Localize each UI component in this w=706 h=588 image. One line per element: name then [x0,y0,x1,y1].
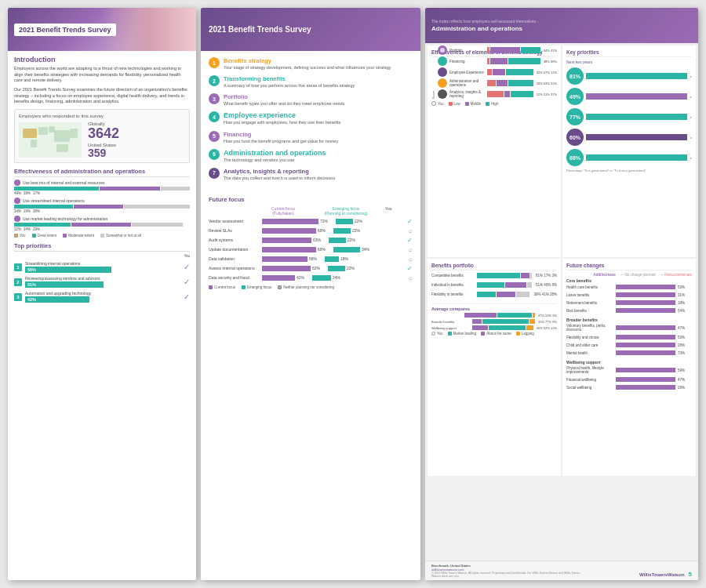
fc-nochange-label: — No change planned [620,273,656,277]
globally-num: 3642 [88,126,185,140]
kp-bar-3 [586,114,687,120]
ff-pct-current-4: 69% [318,247,332,252]
ff-label-4: Update documentation [209,247,260,252]
eff-pct-portfolio: 64% 41% [544,49,557,53]
ff-search-2: ⌕ [409,227,413,234]
eff-icon-employee [438,67,447,77]
future-changes-panel: Future changes Add/Increase — No change … [562,259,696,476]
footer-left: Benchmark: United States willistowerswat… [431,564,588,578]
ff-label-7: Data security and fraud [209,275,260,280]
eff-icon-portfolio [438,45,447,55]
bar-row-2: Use streamlined internal operations 34%2… [14,198,190,213]
num-circle-7: 7 [209,168,220,179]
bp-label-flexibility: Flexibility in benefits [431,292,475,296]
fc-pct-child: 28% [678,343,692,347]
right-page: The index reflects how employers self-as… [425,8,698,580]
key-priorities-title: Key priorities [566,49,692,57]
numbered-item-1: 1 Benefits strategy Your stage of strate… [209,57,413,71]
avg-broader: Broader benefits 15% 77% 9% [431,319,557,324]
kp-bar-1 [586,73,687,79]
item-desc-6: The technology and vendors you use [224,158,413,163]
fc-bar-child [616,343,675,347]
num-circle-6: 6 [209,149,220,160]
fc-row-financial: Financial wellbeing 47% [566,377,692,382]
ff-label-6: Assess internal operations [209,266,260,270]
bp-pcts-competitive: 81% 17% 3% [536,274,557,278]
bp-seg3-competitive [530,273,532,278]
bar-seg-mod-2 [124,205,190,209]
ff-current-7 [262,275,295,281]
num-circle-3: 3 [209,93,220,104]
kp-row-2: 49% » [566,88,692,105]
eff-pct-analytics: 12% 51% 37% [537,93,557,96]
bar-seg-you-2 [14,205,73,209]
priority-label-2: Reviewing/assessing vendors and advisors [25,276,179,281]
stat-numbers: Globally 3642 United States 359 [88,122,185,158]
bp-seg2-flexibility [497,292,516,297]
bar-icon-3 [14,216,20,222]
item-title-7: Analytics, insights & reporting [224,168,413,175]
ff-emerging-4 [333,247,360,252]
footer-logo: WillisTowersWatson [639,572,685,577]
kp-bar-5 [586,154,687,161]
priority-bar-3: 42% [25,296,179,303]
ff-pct-current-5: 58% [309,256,323,261]
numbered-item-2: 2 Transforming benefits A summary of how… [209,75,413,89]
intro-text-2: Our 2021 Benefit Trends Survey examines … [14,87,190,105]
intro-text-1: Employers across the world are adapting … [14,66,190,84]
footer-copyright: © 2021 Willis Towers Watson. All rights … [431,572,588,578]
priority-check-2: ✓ [184,278,190,286]
bar-seg-great-1 [100,187,160,191]
ff-row-3: Audit systems 63% 22% ✓ [209,237,413,244]
eff-legend-low: Low [449,101,460,106]
item-title-4: Employee experience [224,111,413,119]
ff-row-1: Vendor assessment 72% 22% ✓ [209,218,413,225]
kp-circle-4: 60% [566,129,584,146]
bar-seg-mod-1 [161,187,190,191]
item-title-6: Administration and operations [224,149,413,157]
eff-label-analytics: Analytics, insights & reporting [449,90,485,98]
item-desc-5: How you fund the benefit programs and ge… [224,139,413,144]
kp-circle-5: 88% [566,149,584,166]
num-circle-2: 2 [209,75,220,86]
kp-row-5: 88% » [566,149,692,166]
right-footer: Benchmark: United States willistowerswat… [425,561,698,580]
ff-emerging-2 [333,228,351,234]
eff-bar-financing [487,58,540,64]
numbered-item-7: 7 Analytics, insights & reporting The da… [209,168,413,181]
kp-list: 81% » 49% » 77% » 60% [566,67,692,166]
legend-moderate: Moderate extent [63,234,94,238]
ff-emerging-1 [336,219,353,224]
fc-row-health: Health care benefits 53% [566,285,692,289]
priority-num-3: 3 [14,293,22,301]
numbered-item-3: 3 Portfolio What benefit types you offer… [209,93,413,107]
bp-seg1-flexibility [477,292,496,297]
fc-pct-retirement: 18% [678,301,692,305]
fc-bar-flex [616,335,675,339]
kp-arrow-1: » [690,74,692,78]
ff-label-5: Data validation [209,256,260,261]
ff-pct-emerging-5: 18% [340,256,355,261]
top-priorities-title: Top priorities [14,242,190,252]
priority-pct-2: 51% [27,282,36,287]
ff-current-6 [262,266,311,271]
fc-bar-leave [616,292,675,297]
fc-label-child: Child and elder care [566,343,613,347]
ff-pct-emerging-3: 22% [348,238,362,242]
fc-pct-physical: 59% [678,368,692,372]
eff-label-admin: Administration and operations [449,79,485,87]
ff-col1-label: Current focus(Fully/taken) [260,206,307,216]
fc-pct-financial: 47% [678,378,692,382]
avg-legend-lagging: Lagging [516,332,534,336]
eff-bar-analytics [487,91,533,97]
fc-label-voluntary: Voluntary benefits, perks, discounts [566,324,613,332]
item-title-1: Benefits strategy [224,57,413,64]
world-map [19,122,82,158]
ff-bars-1: 72% 22% [262,219,405,224]
eff-chart-area: Portfolio 64% 41% Financing [438,45,557,99]
fc-bar-retirement [616,300,675,305]
bp-seg1-individual [477,282,504,288]
item-content-5: Financing How you fund the benefit progr… [224,131,413,144]
bp-row-competitive: Competitive benefits 81% 17% 3% [431,273,557,278]
ff-emerging-3 [329,238,346,243]
